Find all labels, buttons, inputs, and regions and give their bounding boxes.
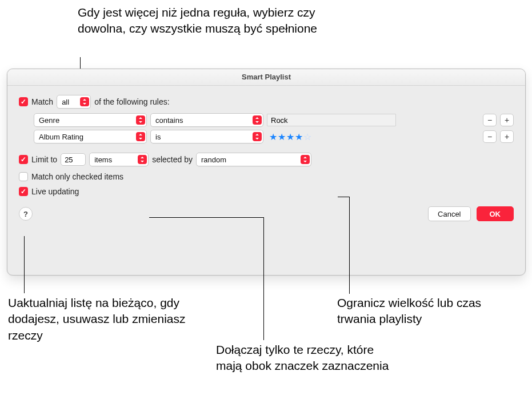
callout-leader	[349, 197, 350, 294]
live-updating-checkbox[interactable]	[19, 187, 28, 196]
star-icon: ★	[286, 131, 294, 142]
match-label-before: Match	[31, 97, 53, 106]
rule-operator-select[interactable]: is	[150, 130, 263, 143]
callout-leader	[338, 197, 349, 197]
limit-label: Limit to	[31, 155, 57, 164]
dropdown-caret-icon	[253, 132, 262, 141]
limit-selectedby-label: selected by	[152, 155, 193, 164]
add-rule-button[interactable]: +	[500, 130, 514, 143]
help-button[interactable]: ?	[19, 207, 33, 221]
limit-selectedby-select[interactable]: random	[196, 153, 311, 166]
callout-leader	[263, 217, 264, 340]
match-mode-value: all	[62, 98, 80, 106]
dropdown-caret-icon	[136, 115, 145, 125]
dropdown-caret-icon	[253, 115, 262, 125]
rule-attribute-select[interactable]: Genre	[34, 113, 147, 127]
rule-attribute-value: Genre	[39, 116, 136, 125]
callout-live-updating: Uaktualniaj listę na bieżąco, gdy dodaje…	[8, 295, 197, 344]
rules-list: Genre contains − +	[19, 113, 514, 143]
match-row: Match all of the following rules:	[19, 95, 514, 109]
limit-count-field[interactable]	[61, 153, 86, 166]
match-checked-label: Match only checked items	[31, 172, 123, 181]
callout-match-mode: Gdy jest więcej niż jedna reguła, wybier…	[78, 5, 318, 37]
rule-value-field[interactable]	[267, 114, 396, 126]
ok-button[interactable]: OK	[477, 206, 514, 221]
rule-attribute-value: Album Rating	[39, 133, 136, 141]
rule-operator-value: contains	[155, 116, 253, 125]
match-checkbox[interactable]	[19, 97, 28, 106]
callout-limit: Ogranicz wielkość lub czas trwania playl…	[337, 295, 520, 328]
match-checked-row: Match only checked items	[19, 172, 514, 181]
limit-selectedby-value: random	[201, 155, 301, 164]
callout-leader	[149, 217, 263, 218]
remove-rule-button[interactable]: −	[483, 114, 497, 126]
rule-operator-value: is	[155, 133, 253, 141]
live-updating-row: Live updating	[19, 187, 514, 196]
options-section: Limit to items selected by random	[19, 153, 514, 196]
match-label-after: of the following rules:	[94, 97, 170, 106]
rule-attribute-select[interactable]: Album Rating	[34, 130, 147, 143]
window-title: Smart Playlist	[7, 69, 525, 86]
limit-unit-select[interactable]: items	[89, 153, 149, 166]
add-rule-button[interactable]: +	[500, 114, 514, 126]
dropdown-caret-icon	[301, 155, 310, 164]
star-icon: ★	[278, 131, 286, 142]
smart-playlist-window: Smart Playlist Match all of the followin…	[7, 69, 526, 276]
callout-leader	[24, 236, 25, 293]
match-mode-select[interactable]: all	[57, 95, 91, 109]
live-updating-label: Live updating	[31, 187, 79, 196]
dropdown-caret-icon	[80, 97, 89, 106]
limit-checkbox[interactable]	[19, 155, 28, 164]
match-checked-checkbox[interactable]	[19, 172, 28, 181]
dropdown-caret-icon	[136, 132, 145, 141]
remove-rule-button[interactable]: −	[483, 130, 497, 143]
callout-match-checked: Dołączaj tylko te rzeczy, które mają obo…	[216, 342, 399, 374]
rule-row: Genre contains − +	[19, 113, 514, 127]
rule-operator-select[interactable]: contains	[150, 113, 263, 127]
star-icon: ☆	[303, 131, 311, 142]
cancel-button[interactable]: Cancel	[428, 206, 470, 221]
limit-row: Limit to items selected by random	[19, 153, 514, 166]
limit-unit-value: items	[94, 155, 138, 164]
rule-row: Album Rating is ★ ★ ★ ★ ☆	[19, 130, 514, 143]
dropdown-caret-icon	[138, 155, 147, 164]
star-icon: ★	[269, 131, 277, 142]
dialog-footer: ? Cancel OK	[19, 206, 514, 221]
rule-value-rating[interactable]: ★ ★ ★ ★ ☆	[267, 131, 398, 142]
window-content: Match all of the following rules: Genre	[7, 86, 525, 228]
star-icon: ★	[295, 131, 303, 142]
